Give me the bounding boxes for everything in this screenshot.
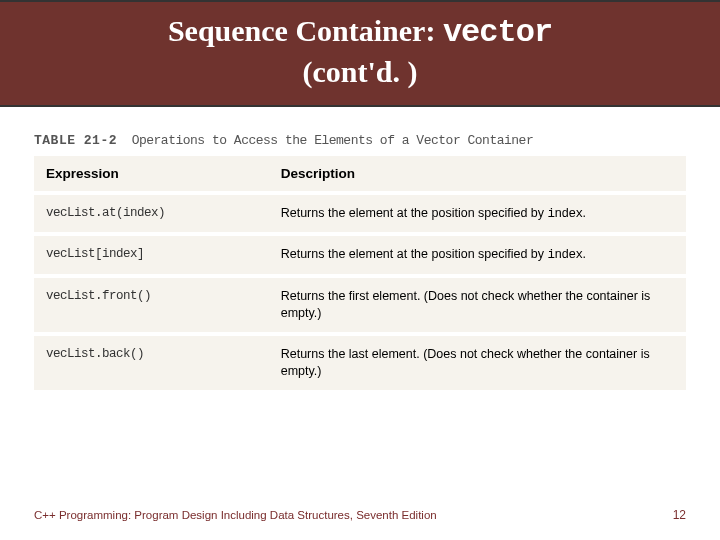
content-area: TABLE 21-2 Operations to Access the Elem… (0, 107, 720, 541)
cell-expr: vecList[index] (34, 234, 269, 276)
cell-expr: vecList.at(index) (34, 193, 269, 235)
title-pre: Sequence Container: (168, 14, 443, 47)
cell-expr: vecList.back() (34, 334, 269, 392)
cell-desc: Returns the element at the position spec… (269, 193, 686, 235)
footer: C++ Programming: Program Design Includin… (34, 508, 686, 522)
header-description: Description (269, 156, 686, 193)
page-number: 12 (673, 508, 686, 522)
table-row: vecList.at(index) Returns the element at… (34, 193, 686, 235)
slide-title: Sequence Container: vector (16, 12, 704, 53)
slide: Sequence Container: vector (cont'd. ) TA… (0, 0, 720, 540)
table-caption: TABLE 21-2 Operations to Access the Elem… (34, 133, 686, 148)
operations-table: Expression Description vecList.at(index)… (34, 156, 686, 394)
table-row: vecList[index] Returns the element at th… (34, 234, 686, 276)
header-expression: Expression (34, 156, 269, 193)
footer-text: C++ Programming: Program Design Includin… (34, 509, 437, 521)
title-code: vector (443, 14, 552, 51)
cell-expr: vecList.front() (34, 276, 269, 334)
cell-desc: Returns the element at the position spec… (269, 234, 686, 276)
table-row: vecList.front() Returns the first elemen… (34, 276, 686, 334)
table-caption-text: Operations to Access the Elements of a V… (132, 133, 534, 148)
table-row: vecList.back() Returns the last element.… (34, 334, 686, 392)
table-header-row: Expression Description (34, 156, 686, 193)
cell-desc: Returns the first element. (Does not che… (269, 276, 686, 334)
cell-desc: Returns the last element. (Does not chec… (269, 334, 686, 392)
table-number: TABLE 21-2 (34, 133, 117, 148)
slide-subtitle: (cont'd. ) (16, 53, 704, 91)
title-bar: Sequence Container: vector (cont'd. ) (0, 0, 720, 107)
